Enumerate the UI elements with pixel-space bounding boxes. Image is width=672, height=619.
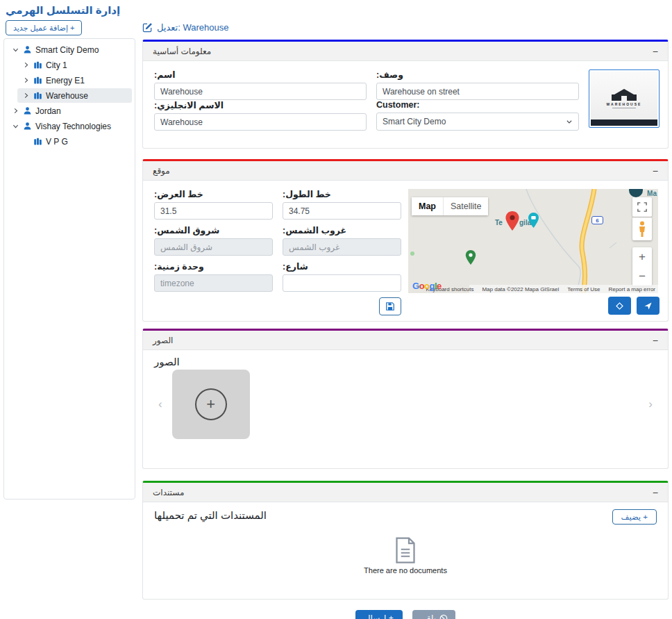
satellite-view-button[interactable]: Satellite (443, 197, 488, 215)
document-icon (395, 537, 416, 563)
tree-item-vishay-technologies[interactable]: Vishay Technologies (7, 119, 132, 133)
discard-label: يلقي (420, 613, 436, 619)
map-view-button[interactable]: Map (412, 197, 443, 215)
description-input[interactable] (376, 83, 579, 100)
sunset-input (283, 238, 401, 256)
add-photo-tile[interactable]: + (172, 370, 250, 439)
navigation-arrow-icon (644, 302, 653, 311)
customer-label: Customer: (376, 100, 579, 110)
latitude-label: خط العرض: (154, 189, 273, 199)
fullscreen-icon (637, 202, 647, 212)
english-name-input[interactable] (154, 113, 367, 131)
name-input[interactable] (154, 83, 367, 100)
tree-item-label: Warehouse (46, 91, 88, 101)
tree-item-label: Energy E1 (46, 76, 85, 85)
save-location-button[interactable] (379, 297, 401, 315)
tree-item-jordan[interactable]: Jordan (7, 104, 132, 118)
tree-item-v-p-g[interactable]: V P G (17, 134, 132, 149)
google-logo: Google (412, 281, 442, 291)
street-label: شارع: (283, 261, 401, 272)
add-document-button[interactable]: يضيف + (612, 509, 657, 525)
documents-card: مستندات − المستندات التي تم تحميلها يضيف… (142, 481, 669, 600)
person-icon (22, 121, 33, 131)
person-icon (22, 106, 33, 116)
tree-item-smart-city-demo[interactable]: Smart City Demo (7, 42, 132, 57)
submit-label: إرسال + (364, 613, 394, 619)
entity-image-thumbnail[interactable]: WAREHOUSE (589, 69, 660, 128)
buildings-icon (33, 75, 43, 85)
sunrise-input (154, 238, 273, 256)
tree-item-label: Smart City Demo (35, 45, 99, 55)
tree-item-label: V P G (46, 137, 68, 147)
tree-expander-down-icon[interactable] (10, 44, 21, 56)
zoom-in-button[interactable]: + (639, 247, 646, 267)
red-map-pin-icon (505, 211, 520, 231)
basic-info-card: معلومات أساسية − اسم: الاسم الانجليزي: و… (142, 40, 669, 149)
tree-item-label: Vishay Technologies (35, 122, 111, 131)
map-marker-button[interactable] (608, 297, 631, 315)
tree-item-energy-e1[interactable]: Energy E1 (17, 73, 132, 88)
english-name-label: الاسم الانجليزي: (154, 100, 367, 110)
photos-body-title: الصور (154, 356, 180, 368)
street-input[interactable] (283, 274, 401, 292)
photos-card: الصور − الصور ‹ + › (142, 329, 669, 469)
tree-item-city-1[interactable]: City 1 (17, 58, 132, 72)
tree-expander-right-icon[interactable] (20, 90, 31, 101)
map-corner-label: Ma (647, 190, 657, 197)
route-shield: 6 (591, 216, 603, 224)
tree-expander-right-icon[interactable] (20, 60, 31, 71)
map-attribution-item[interactable]: Report a map error (608, 286, 655, 292)
google-map[interactable]: Ma Te gila (408, 189, 658, 293)
edit-pencil-icon (142, 22, 153, 33)
tree-item-warehouse[interactable]: Warehouse (17, 88, 132, 103)
photos-section-title: الصور (153, 336, 173, 345)
basic-info-section-title: معلومات أساسية (153, 47, 211, 56)
edit-header-label: تعديل: Warehouse (157, 22, 228, 33)
pegman-icon (637, 221, 647, 238)
carousel-prev-button[interactable]: ‹ (154, 397, 167, 411)
tree-item-label: Jordan (35, 106, 61, 116)
collapse-location-button[interactable]: − (653, 166, 658, 176)
location-section-title: موقع (153, 166, 170, 176)
discard-button[interactable]: يلقي (412, 610, 455, 619)
collapse-documents-button[interactable]: − (653, 488, 658, 497)
page-title: إدارة التسلسل الهرمي (6, 4, 120, 17)
chevron-down-icon (566, 118, 573, 125)
map-attribution: Keyboard shortcutsMap data ©2022 Mapa GI… (469, 285, 658, 293)
name-label: اسم: (154, 69, 367, 80)
buildings-icon (33, 60, 43, 70)
map-attribution-item[interactable]: Terms of Use (567, 286, 600, 292)
description-label: وصف: (376, 69, 579, 80)
collapse-photos-button[interactable]: − (653, 336, 658, 345)
collapse-basic-info-button[interactable]: − (653, 47, 658, 56)
latitude-input[interactable] (154, 202, 273, 220)
map-zoom-control[interactable]: + − (632, 247, 652, 286)
map-attribution-item[interactable]: Map data ©2022 Mapa GISrael (482, 286, 559, 292)
tree-expander-right-icon[interactable] (20, 75, 31, 86)
documents-section-title: مستندات (153, 488, 184, 497)
pegman-control[interactable] (632, 217, 652, 240)
location-card: موقع − خط العرض: شروق الشمس: (142, 159, 669, 322)
customer-selected-value: Smart City Demo (383, 117, 446, 126)
tree-expander-none-icon (20, 136, 31, 147)
no-documents-text: There are no documents (364, 566, 447, 575)
cancel-icon (439, 614, 448, 619)
tree-expander-right-icon[interactable] (10, 106, 21, 117)
submit-button[interactable]: إرسال + (355, 610, 403, 619)
warehouse-logo-icon (614, 89, 634, 94)
carousel-next-button[interactable]: › (644, 397, 657, 411)
edit-header: تعديل: Warehouse (142, 19, 669, 35)
buildings-icon (33, 90, 43, 101)
diamond-icon (615, 302, 624, 311)
timezone-input (154, 274, 273, 292)
locate-button[interactable] (637, 297, 660, 315)
zoom-out-button[interactable]: − (639, 267, 646, 286)
fullscreen-button[interactable] (632, 197, 652, 217)
place-label-left: Te (495, 219, 503, 226)
tree-expander-down-icon[interactable] (10, 121, 21, 132)
longitude-label: خط الطول: (283, 189, 401, 199)
add-client-button[interactable]: إضافة عميل جديد + (6, 20, 82, 35)
sunrise-label: شروق الشمس: (154, 225, 273, 236)
customer-select[interactable]: Smart City Demo (376, 113, 579, 131)
longitude-input[interactable] (283, 202, 401, 220)
